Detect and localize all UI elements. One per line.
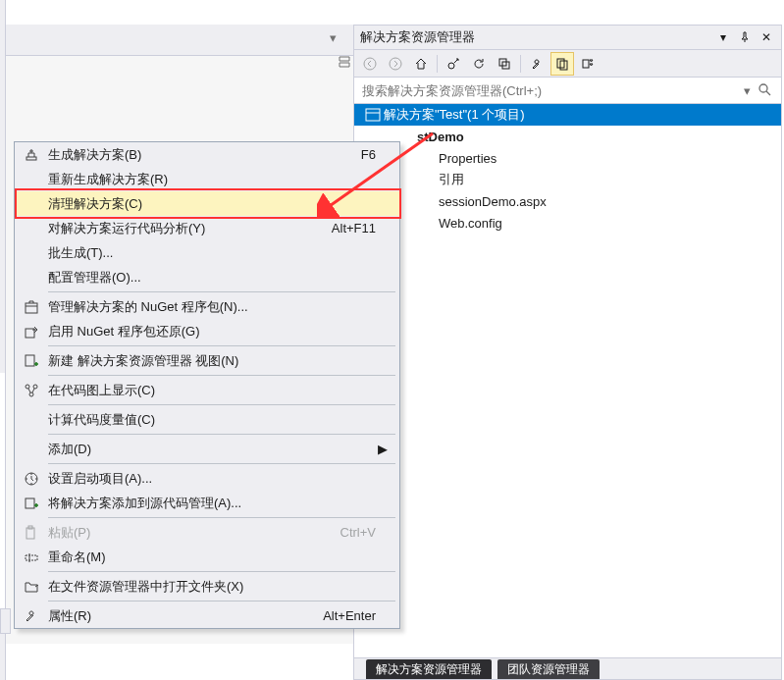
menu-item-label: 设置启动项目(A)... xyxy=(48,470,376,488)
menu-item-label: 启用 NuGet 程序包还原(G) xyxy=(48,323,376,340)
menu-item[interactable]: 对解决方案运行代码分析(Y)Alt+F11 xyxy=(15,216,399,240)
menu-item[interactable]: 在文件资源管理器中打开文件夹(X) xyxy=(15,574,399,599)
tab-dropdown-icon[interactable]: ▾ xyxy=(330,30,349,50)
svg-point-16 xyxy=(29,392,33,396)
search-input[interactable] xyxy=(360,82,740,99)
solution-explorer-titlebar[interactable]: 解决方案资源管理器 ▾ ✕ xyxy=(354,26,781,49)
toolbar-separator xyxy=(437,55,438,73)
svg-rect-9 xyxy=(366,109,380,121)
close-icon[interactable]: ✕ xyxy=(758,28,775,46)
menu-separator xyxy=(48,571,395,572)
menu-item[interactable]: 配置管理器(O)... xyxy=(15,265,399,289)
nuget-icon xyxy=(15,299,48,315)
menu-item-label: 添加(D) xyxy=(48,441,376,458)
menu-item-label: 粘贴(P) xyxy=(48,524,340,542)
menu-item[interactable]: 批生成(T)... xyxy=(15,240,399,265)
menu-separator xyxy=(48,291,395,292)
menu-item[interactable]: 设置启动项目(A)... xyxy=(15,466,399,491)
search-dropdown-icon[interactable]: ▾ xyxy=(740,83,754,98)
menu-item[interactable]: 管理解决方案的 NuGet 程序包(N)... xyxy=(15,294,399,319)
show-all-files-button[interactable] xyxy=(550,52,574,76)
menu-item-label: 配置管理器(O)... xyxy=(48,269,376,287)
menu-item-shortcut: F6 xyxy=(361,147,376,162)
tree-item-label: 引用 xyxy=(437,171,464,188)
menu-item[interactable]: 添加(D)▶ xyxy=(15,437,399,461)
menu-item-label: 重新生成解决方案(R) xyxy=(48,171,376,188)
solution-icon xyxy=(364,107,382,123)
solution-explorer-toolbar xyxy=(354,49,781,77)
solution-explorer-panel: 解决方案资源管理器 ▾ ✕ ▾ 解决方 xyxy=(353,25,782,680)
solution-context-menu: 生成解决方案(B)F6重新生成解决方案(R)清理解决方案(C)对解决方案运行代码… xyxy=(14,141,400,629)
panel-bottom-tabs: 解决方案资源管理器 团队资源管理器 xyxy=(354,657,781,679)
svg-rect-18 xyxy=(26,498,34,508)
solution-tree[interactable]: 解决方案"Test"(1 个项目) stDemo Properties 引用 s… xyxy=(354,104,781,657)
menu-item[interactable]: 清理解决方案(C) xyxy=(15,191,399,216)
properties-button[interactable] xyxy=(525,52,549,76)
project-label: stDemo xyxy=(415,130,464,144)
rename-icon xyxy=(15,549,48,565)
tree-solution-node[interactable]: 解决方案"Test"(1 个项目) xyxy=(354,104,781,126)
svg-point-14 xyxy=(26,385,29,389)
toolbar-separator xyxy=(520,55,521,73)
tree-item-webconfig[interactable]: Web.config xyxy=(354,212,781,234)
menu-item[interactable]: 新建 解决方案资源管理器 视图(N) xyxy=(15,348,399,373)
menu-separator xyxy=(48,404,395,405)
collapse-all-button[interactable] xyxy=(493,52,516,76)
panel-menu-button[interactable]: ▾ xyxy=(714,28,732,46)
svg-rect-13 xyxy=(26,355,34,366)
tree-item-aspx[interactable]: sessionDemo.aspx xyxy=(354,190,781,212)
tab-solution-explorer[interactable]: 解决方案资源管理器 xyxy=(366,659,492,679)
scope-button[interactable] xyxy=(442,52,465,76)
menu-item[interactable]: 属性(R)Alt+Enter xyxy=(15,603,399,628)
menu-item-label: 对解决方案运行代码分析(Y) xyxy=(48,220,332,237)
menu-item-label: 生成解决方案(B) xyxy=(48,146,361,164)
home-button[interactable] xyxy=(409,52,433,76)
refresh-button[interactable] xyxy=(467,52,491,76)
preview-button[interactable] xyxy=(576,52,600,76)
menu-item[interactable]: 启用 NuGet 程序包还原(G) xyxy=(15,319,399,343)
menu-item-label: 在代码图上显示(C) xyxy=(48,382,376,399)
codemap-icon xyxy=(15,383,48,398)
tree-item-references[interactable]: 引用 xyxy=(354,169,781,190)
menu-item[interactable]: 计算代码度量值(C) xyxy=(15,407,399,432)
menu-item[interactable]: 将解决方案添加到源代码管理(A)... xyxy=(15,491,399,515)
menu-item-label: 属性(R) xyxy=(48,607,323,625)
svg-rect-19 xyxy=(26,528,34,539)
addsrc-icon xyxy=(15,496,48,511)
search-icon[interactable] xyxy=(754,82,775,99)
menu-item-label: 清理解决方案(C) xyxy=(48,195,376,213)
menu-separator xyxy=(48,434,395,435)
tree-project-node[interactable]: stDemo xyxy=(354,126,781,147)
svg-point-0 xyxy=(364,58,376,70)
tab-team-explorer[interactable]: 团队资源管理器 xyxy=(497,659,600,679)
nuget-restore-icon xyxy=(15,324,48,340)
menu-item[interactable]: 在代码图上显示(C) xyxy=(15,378,399,402)
svg-rect-11 xyxy=(26,303,37,313)
split-handle-icon[interactable] xyxy=(339,56,352,70)
menu-separator xyxy=(48,375,395,376)
tree-item-properties[interactable]: Properties xyxy=(354,147,781,169)
paste-icon xyxy=(15,525,48,541)
new-view-icon xyxy=(15,353,48,369)
menu-item-label: 将解决方案添加到源代码管理(A)... xyxy=(48,495,376,512)
menu-item[interactable]: 生成解决方案(B)F6 xyxy=(15,142,399,167)
tree-item-label: sessionDemo.aspx xyxy=(437,194,547,209)
submenu-arrow-icon: ▶ xyxy=(376,442,390,456)
menu-item-label: 重命名(M) xyxy=(48,549,376,566)
solution-explorer-search: ▾ xyxy=(354,77,781,104)
menu-separator xyxy=(48,601,395,602)
menu-item-label: 在文件资源管理器中打开文件夹(X) xyxy=(48,578,376,596)
menu-item[interactable]: 重命名(M) xyxy=(15,545,399,569)
open-folder-icon xyxy=(15,579,48,595)
menu-item-label: 管理解决方案的 NuGet 程序包(N)... xyxy=(48,298,376,316)
nav-back-button[interactable] xyxy=(358,52,382,76)
menu-item[interactable]: 重新生成解决方案(R) xyxy=(15,167,399,191)
svg-point-15 xyxy=(33,385,37,389)
nav-forward-button[interactable] xyxy=(384,52,407,76)
menu-item-label: 批生成(T)... xyxy=(48,244,376,262)
dock-stub xyxy=(0,608,11,634)
tree-item-label: Properties xyxy=(437,151,497,166)
menu-item-shortcut: Alt+F11 xyxy=(332,221,376,235)
svg-point-1 xyxy=(390,58,401,70)
pin-icon[interactable] xyxy=(736,28,754,46)
